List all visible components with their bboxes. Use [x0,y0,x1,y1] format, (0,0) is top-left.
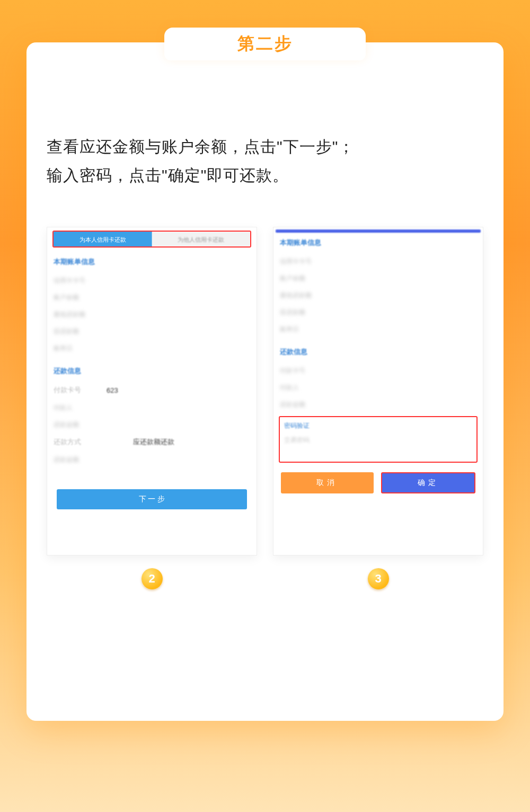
row-repay-type: 还款方式 应还款额还款 [54,433,250,451]
row: 最低还款额 [54,306,250,323]
row: 账户余额 [280,270,476,287]
screenshot-3: 本期账单信息 信用卡卡号 账户余额 最低还款额 应还款额 账单日 还款信息 付款… [273,227,483,555]
header-strip [276,230,481,233]
cancel-button[interactable]: 取消 [281,472,374,493]
step-ribbon: 第二步 [164,28,366,60]
step-title: 第二步 [237,32,293,56]
next-step-button[interactable]: 下 一 步 [57,489,247,509]
step-badges: 2 3 [47,568,483,589]
row: 应还款额 [54,323,250,340]
repay-tabs-highlight: 为本人信用卡还款 为他人信用卡还款 [52,231,251,248]
instruction-card: 第二步 查看应还金额与账户余额，点击"下一步"； 输入密码，点击"确定"即可还款… [26,42,504,721]
value: 623 [107,386,118,394]
row: 还款金额 [54,416,250,433]
badge-2: 2 [142,568,163,589]
password-section-title: 密码验证 [284,421,472,430]
section-repay-info: 还款信息 [54,366,250,376]
label: 付款卡号 [54,385,107,395]
row: 账单日 [54,340,250,357]
row: 应还款额 [280,304,476,321]
confirm-button[interactable]: 确定 [381,472,476,493]
section-repay-info: 还款信息 [280,347,476,357]
screenshot-2: 为本人信用卡还款 为他人信用卡还款 本期账单信息 信用卡卡号 账户余额 最低还款… [47,227,257,555]
row: 付款卡号 [280,362,476,379]
description-line-2: 输入密码，点击"确定"即可还款。 [47,161,483,190]
row-pay-card: 付款卡号 623 [54,381,250,399]
tab-repay-self[interactable]: 为本人信用卡还款 [54,232,152,246]
password-box-highlight: 密码验证 交易密码 [279,416,478,463]
value: 应还款额还款 [133,437,174,447]
row: 还款金额 [54,451,250,468]
password-field[interactable]: 交易密码 [284,436,472,445]
button-row: 取消 确定 [281,472,475,493]
section-bill-info: 本期账单信息 [280,238,476,248]
description: 查看应还金额与账户余额，点击"下一步"； 输入密码，点击"确定"即可还款。 [47,133,483,190]
row: 信用卡卡号 [54,272,250,289]
label: 还款方式 [54,437,107,447]
row: 信用卡卡号 [280,253,476,270]
row: 付款人 [280,379,476,396]
section-bill-info: 本期账单信息 [54,257,250,267]
row: 还款金额 [280,396,476,413]
screenshots-row: 为本人信用卡还款 为他人信用卡还款 本期账单信息 信用卡卡号 账户余额 最低还款… [47,227,483,555]
badge-3: 3 [368,568,389,589]
description-line-1: 查看应还金额与账户余额，点击"下一步"； [47,133,483,161]
row: 最低还款额 [280,287,476,304]
tab-repay-other[interactable]: 为他人信用卡还款 [152,232,251,246]
row: 账单日 [280,321,476,338]
row: 账户余额 [54,289,250,306]
row: 付款人 [54,399,250,416]
